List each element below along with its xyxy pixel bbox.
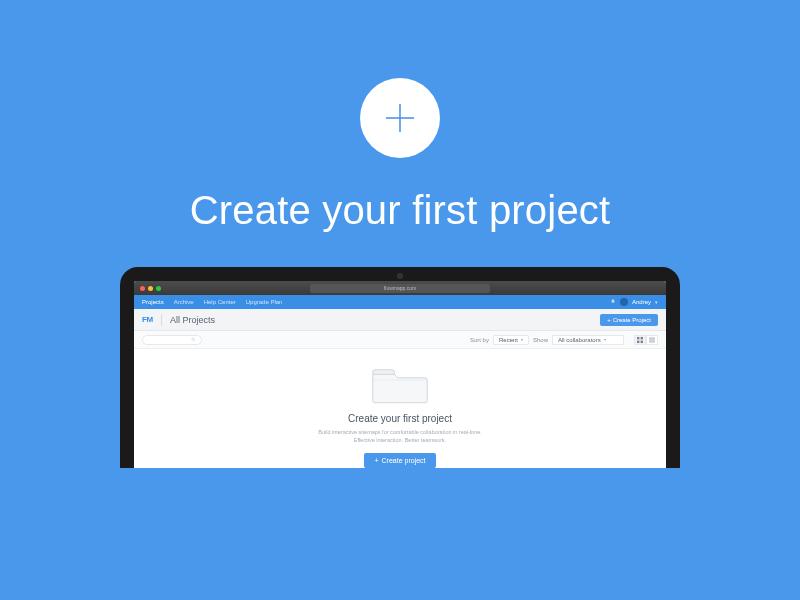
- close-icon[interactable]: [140, 286, 145, 291]
- create-project-button[interactable]: + Create Project: [600, 314, 658, 326]
- svg-rect-4: [637, 337, 639, 339]
- create-project-button-large[interactable]: + Create project: [364, 453, 435, 468]
- avatar[interactable]: [620, 298, 628, 306]
- plus-icon: [380, 98, 420, 138]
- filter-bar: Sort by Recent ▾ Show All collaborators …: [134, 331, 666, 349]
- svg-rect-9: [649, 339, 655, 340]
- list-icon: [649, 337, 655, 343]
- show-label: Show: [533, 337, 548, 343]
- empty-state: Create your first project Build interact…: [134, 349, 666, 468]
- browser-chrome: flowmapp.com: [134, 281, 666, 295]
- search-input[interactable]: [142, 335, 202, 345]
- nav-item-projects[interactable]: Projects: [142, 299, 164, 305]
- chevron-down-icon: ▾: [521, 337, 523, 342]
- user-menu[interactable]: Andrey: [632, 299, 651, 305]
- sort-by-value: Recent: [499, 337, 518, 343]
- screen: flowmapp.com Projects Archive Help Cente…: [134, 281, 666, 468]
- nav-item-archive[interactable]: Archive: [174, 299, 194, 305]
- camera-dot: [397, 273, 403, 279]
- sort-by-select[interactable]: Recent ▾: [493, 335, 529, 345]
- svg-rect-10: [649, 341, 655, 342]
- svg-rect-8: [649, 337, 655, 338]
- app-nav-bar: Projects Archive Help Center Upgrade Pla…: [134, 295, 666, 309]
- create-project-label: Create project: [382, 457, 426, 464]
- page-title: All Projects: [170, 315, 215, 325]
- list-view-button[interactable]: [646, 335, 658, 345]
- create-project-label: Create Project: [613, 317, 651, 323]
- hero-title: Create your first project: [190, 188, 611, 233]
- svg-point-2: [192, 338, 195, 341]
- chevron-down-icon: ▾: [604, 337, 606, 342]
- chevron-down-icon[interactable]: ▾: [655, 299, 658, 305]
- project-header: FM All Projects + Create Project: [134, 309, 666, 331]
- nav-item-help-center[interactable]: Help Center: [204, 299, 236, 305]
- logo[interactable]: FM: [142, 315, 153, 324]
- svg-rect-5: [641, 337, 643, 339]
- laptop-frame: flowmapp.com Projects Archive Help Cente…: [120, 267, 680, 468]
- svg-rect-7: [641, 340, 643, 342]
- search-icon: [191, 337, 196, 342]
- nav-item-upgrade-plan[interactable]: Upgrade Plan: [246, 299, 283, 305]
- sort-by-label: Sort by: [470, 337, 489, 343]
- plus-icon: +: [607, 317, 611, 323]
- grid-view-button[interactable]: [634, 335, 646, 345]
- show-value: All collaborators: [558, 337, 601, 343]
- empty-state-subtitle: Build interactive sitemaps for comfortab…: [318, 428, 482, 445]
- maximize-icon[interactable]: [156, 286, 161, 291]
- minimize-icon[interactable]: [148, 286, 153, 291]
- url-bar[interactable]: flowmapp.com: [310, 284, 490, 293]
- svg-line-3: [194, 340, 195, 341]
- show-select[interactable]: All collaborators ▾: [552, 335, 624, 345]
- bell-icon[interactable]: [610, 299, 616, 305]
- plus-circle-icon: [360, 78, 440, 158]
- svg-rect-6: [637, 340, 639, 342]
- folder-icon: [371, 363, 429, 405]
- grid-icon: [637, 337, 643, 343]
- empty-state-title: Create your first project: [348, 413, 452, 424]
- divider: [161, 314, 162, 326]
- traffic-lights: [140, 286, 161, 291]
- plus-icon: +: [374, 457, 378, 464]
